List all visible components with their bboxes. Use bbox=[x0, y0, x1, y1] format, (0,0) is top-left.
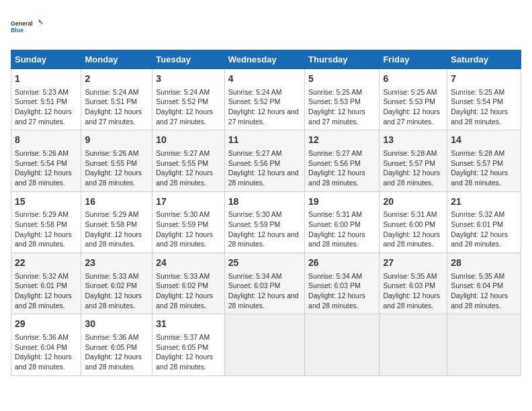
calendar-cell bbox=[305, 314, 380, 375]
day-info: Sunrise: 5:24 AMSunset: 5:52 PMDaylight:… bbox=[156, 87, 220, 127]
day-number: 10 bbox=[156, 134, 220, 147]
day-info: Sunrise: 5:34 AMSunset: 6:03 PMDaylight:… bbox=[228, 271, 301, 311]
day-header-wednesday: Wednesday bbox=[224, 50, 304, 69]
svg-text:Blue: Blue bbox=[11, 27, 24, 34]
day-header-saturday: Saturday bbox=[447, 50, 521, 69]
day-info: Sunrise: 5:31 AMSunset: 6:00 PMDaylight:… bbox=[383, 210, 443, 249]
day-info: Sunrise: 5:35 AMSunset: 6:03 PMDaylight:… bbox=[383, 271, 443, 311]
calendar-cell: 3 Sunrise: 5:24 AMSunset: 5:52 PMDayligh… bbox=[152, 69, 224, 130]
calendar-cell: 14 Sunrise: 5:28 AMSunset: 5:57 PMDaylig… bbox=[447, 130, 521, 191]
calendar-cell bbox=[380, 314, 447, 375]
day-info: Sunrise: 5:28 AMSunset: 5:57 PMDaylight:… bbox=[451, 148, 517, 188]
day-info: Sunrise: 5:33 AMSunset: 6:02 PMDaylight:… bbox=[85, 271, 148, 311]
day-number: 7 bbox=[451, 73, 517, 86]
day-number: 20 bbox=[383, 195, 443, 209]
week-row-3: 15 Sunrise: 5:29 AMSunset: 5:58 PMDaylig… bbox=[11, 191, 521, 253]
day-info: Sunrise: 5:26 AMSunset: 5:54 PMDaylight:… bbox=[15, 148, 77, 188]
week-row-4: 22 Sunrise: 5:32 AMSunset: 6:01 PMDaylig… bbox=[11, 253, 521, 314]
day-number: 14 bbox=[451, 134, 517, 147]
calendar-cell: 26 Sunrise: 5:34 AMSunset: 6:03 PMDaylig… bbox=[305, 253, 380, 314]
day-info: Sunrise: 5:25 AMSunset: 5:54 PMDaylight:… bbox=[451, 87, 517, 127]
calendar-cell: 5 Sunrise: 5:25 AMSunset: 5:53 PMDayligh… bbox=[305, 69, 380, 130]
day-info: Sunrise: 5:29 AMSunset: 5:58 PMDaylight:… bbox=[85, 210, 148, 249]
day-number: 15 bbox=[15, 195, 77, 209]
calendar-cell: 1 Sunrise: 5:23 AMSunset: 5:51 PMDayligh… bbox=[11, 69, 81, 130]
day-number: 11 bbox=[228, 134, 301, 147]
calendar-cell: 10 Sunrise: 5:27 AMSunset: 5:55 PMDaylig… bbox=[152, 130, 224, 191]
calendar-cell: 25 Sunrise: 5:34 AMSunset: 6:03 PMDaylig… bbox=[224, 253, 304, 314]
day-number: 5 bbox=[308, 73, 375, 86]
calendar-cell: 13 Sunrise: 5:28 AMSunset: 5:57 PMDaylig… bbox=[380, 130, 447, 191]
day-header-monday: Monday bbox=[81, 50, 152, 69]
logo: General Blue bbox=[11, 11, 43, 43]
day-info: Sunrise: 5:30 AMSunset: 5:59 PMDaylight:… bbox=[156, 210, 220, 249]
calendar-cell: 9 Sunrise: 5:26 AMSunset: 5:55 PMDayligh… bbox=[81, 130, 152, 191]
day-number: 27 bbox=[383, 257, 443, 270]
calendar-cell: 17 Sunrise: 5:30 AMSunset: 5:59 PMDaylig… bbox=[152, 191, 224, 253]
calendar-cell: 31 Sunrise: 5:37 AMSunset: 6:05 PMDaylig… bbox=[152, 314, 224, 375]
day-info: Sunrise: 5:26 AMSunset: 5:55 PMDaylight:… bbox=[85, 148, 148, 188]
day-info: Sunrise: 5:36 AMSunset: 6:05 PMDaylight:… bbox=[85, 332, 148, 372]
calendar-cell bbox=[224, 314, 304, 375]
day-header-tuesday: Tuesday bbox=[152, 50, 224, 69]
calendar-cell: 2 Sunrise: 5:24 AMSunset: 5:51 PMDayligh… bbox=[81, 69, 152, 130]
week-row-2: 8 Sunrise: 5:26 AMSunset: 5:54 PMDayligh… bbox=[11, 130, 521, 191]
day-header-thursday: Thursday bbox=[305, 50, 380, 69]
day-number: 23 bbox=[85, 257, 148, 270]
week-row-5: 29 Sunrise: 5:36 AMSunset: 6:04 PMDaylig… bbox=[11, 314, 521, 375]
day-info: Sunrise: 5:32 AMSunset: 6:01 PMDaylight:… bbox=[451, 210, 517, 249]
day-number: 25 bbox=[228, 257, 301, 270]
calendar-cell: 18 Sunrise: 5:30 AMSunset: 5:59 PMDaylig… bbox=[224, 191, 304, 253]
header: General Blue bbox=[11, 11, 521, 43]
day-header-friday: Friday bbox=[380, 50, 447, 69]
calendar-cell: 16 Sunrise: 5:29 AMSunset: 5:58 PMDaylig… bbox=[81, 191, 152, 253]
day-info: Sunrise: 5:28 AMSunset: 5:57 PMDaylight:… bbox=[383, 148, 443, 188]
calendar-cell: 24 Sunrise: 5:33 AMSunset: 6:02 PMDaylig… bbox=[152, 253, 224, 314]
calendar-cell: 30 Sunrise: 5:36 AMSunset: 6:05 PMDaylig… bbox=[81, 314, 152, 375]
day-info: Sunrise: 5:37 AMSunset: 6:05 PMDaylight:… bbox=[156, 332, 220, 372]
day-number: 31 bbox=[156, 318, 220, 331]
week-row-1: 1 Sunrise: 5:23 AMSunset: 5:51 PMDayligh… bbox=[11, 69, 521, 130]
day-number: 4 bbox=[228, 73, 301, 86]
calendar-cell: 7 Sunrise: 5:25 AMSunset: 5:54 PMDayligh… bbox=[447, 69, 521, 130]
day-number: 17 bbox=[156, 195, 220, 209]
calendar-cell: 15 Sunrise: 5:29 AMSunset: 5:58 PMDaylig… bbox=[11, 191, 81, 253]
calendar-cell: 21 Sunrise: 5:32 AMSunset: 6:01 PMDaylig… bbox=[447, 191, 521, 253]
day-info: Sunrise: 5:31 AMSunset: 6:00 PMDaylight:… bbox=[308, 210, 375, 249]
day-number: 13 bbox=[383, 134, 443, 147]
calendar-cell: 4 Sunrise: 5:24 AMSunset: 5:52 PMDayligh… bbox=[224, 69, 304, 130]
day-number: 22 bbox=[15, 257, 77, 270]
calendar-cell bbox=[447, 314, 521, 375]
day-number: 21 bbox=[451, 195, 517, 209]
day-number: 2 bbox=[85, 73, 148, 86]
day-info: Sunrise: 5:35 AMSunset: 6:04 PMDaylight:… bbox=[451, 271, 517, 311]
day-number: 8 bbox=[15, 134, 77, 147]
day-info: Sunrise: 5:36 AMSunset: 6:04 PMDaylight:… bbox=[15, 332, 77, 372]
day-info: Sunrise: 5:29 AMSunset: 5:58 PMDaylight:… bbox=[15, 210, 77, 249]
day-info: Sunrise: 5:27 AMSunset: 5:55 PMDaylight:… bbox=[156, 148, 220, 188]
calendar-cell: 8 Sunrise: 5:26 AMSunset: 5:54 PMDayligh… bbox=[11, 130, 81, 191]
day-number: 6 bbox=[383, 73, 443, 86]
day-number: 9 bbox=[85, 134, 148, 147]
logo-icon: General Blue bbox=[11, 11, 43, 43]
day-number: 1 bbox=[15, 73, 77, 86]
svg-text:General: General bbox=[11, 20, 33, 27]
calendar-cell: 29 Sunrise: 5:36 AMSunset: 6:04 PMDaylig… bbox=[11, 314, 81, 375]
day-number: 12 bbox=[308, 134, 375, 147]
calendar-cell: 22 Sunrise: 5:32 AMSunset: 6:01 PMDaylig… bbox=[11, 253, 81, 314]
day-number: 24 bbox=[156, 257, 220, 270]
day-number: 18 bbox=[228, 195, 301, 209]
calendar-cell: 28 Sunrise: 5:35 AMSunset: 6:04 PMDaylig… bbox=[447, 253, 521, 314]
day-info: Sunrise: 5:27 AMSunset: 5:56 PMDaylight:… bbox=[308, 148, 375, 188]
day-number: 16 bbox=[85, 195, 148, 209]
day-info: Sunrise: 5:30 AMSunset: 5:59 PMDaylight:… bbox=[228, 210, 301, 249]
header-row: SundayMondayTuesdayWednesdayThursdayFrid… bbox=[11, 50, 521, 69]
day-info: Sunrise: 5:34 AMSunset: 6:03 PMDaylight:… bbox=[308, 271, 375, 311]
day-info: Sunrise: 5:25 AMSunset: 5:53 PMDaylight:… bbox=[308, 87, 375, 127]
calendar-cell: 19 Sunrise: 5:31 AMSunset: 6:00 PMDaylig… bbox=[305, 191, 380, 253]
day-info: Sunrise: 5:33 AMSunset: 6:02 PMDaylight:… bbox=[156, 271, 220, 311]
day-info: Sunrise: 5:32 AMSunset: 6:01 PMDaylight:… bbox=[15, 271, 77, 311]
day-info: Sunrise: 5:24 AMSunset: 5:51 PMDaylight:… bbox=[85, 87, 148, 127]
calendar-cell: 11 Sunrise: 5:27 AMSunset: 5:56 PMDaylig… bbox=[224, 130, 304, 191]
calendar-cell: 23 Sunrise: 5:33 AMSunset: 6:02 PMDaylig… bbox=[81, 253, 152, 314]
